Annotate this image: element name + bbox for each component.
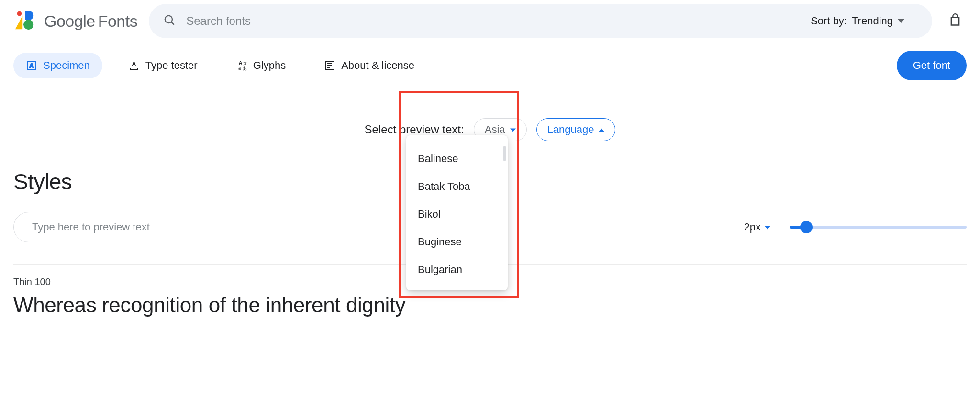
get-font-button[interactable]: Get font xyxy=(897,51,967,80)
language-option[interactable]: Bulgarian xyxy=(406,256,508,284)
app-header: Google Fonts Sort by: Trending xyxy=(0,0,980,42)
sort-label: Sort by: xyxy=(811,15,847,27)
caret-down-icon xyxy=(510,123,516,136)
font-size-dropdown[interactable]: 2px xyxy=(744,221,770,233)
tab-label: Glyphs xyxy=(253,59,286,72)
scrollbar-thumb[interactable] xyxy=(503,146,506,161)
svg-point-1 xyxy=(23,20,33,30)
caret-down-icon xyxy=(898,15,904,27)
tab-about[interactable]: About & license xyxy=(312,53,427,78)
brand-logo[interactable]: Google Fonts xyxy=(13,9,137,33)
shopping-bag-button[interactable] xyxy=(944,10,967,33)
caret-down-icon xyxy=(765,221,770,233)
language-option[interactable]: Bikol xyxy=(406,200,508,228)
svg-text:&: & xyxy=(238,66,241,71)
about-icon xyxy=(324,60,335,71)
language-dropdown-menu: Balinese Batak Toba Bikol Buginese Bulga… xyxy=(406,135,508,290)
sort-value: Trending xyxy=(852,15,893,27)
fonts-logo-icon xyxy=(13,9,35,33)
font-size-value: 2px xyxy=(744,221,761,233)
svg-text:あ: あ xyxy=(243,66,247,71)
language-dropdown[interactable]: Language xyxy=(536,118,616,141)
tab-label: Specimen xyxy=(43,59,90,72)
specimen-icon: A xyxy=(26,60,37,71)
tab-type-tester[interactable]: A Type tester xyxy=(116,53,210,78)
preview-select-label: Select preview text: xyxy=(365,123,464,136)
glyphs-icon: A 文 & あ xyxy=(236,60,247,71)
language-option[interactable]: Batak Toba xyxy=(406,173,508,200)
tabs: A Specimen A Type tester A 文 xyxy=(13,53,427,78)
svg-text:A: A xyxy=(239,60,242,66)
search-icon xyxy=(163,14,176,28)
style-sample-text: Whereas recognition of the inherent dign… xyxy=(13,293,967,317)
type-tester-icon: A xyxy=(128,60,140,71)
shopping-bag-icon xyxy=(948,13,962,29)
slider-thumb[interactable] xyxy=(800,221,813,233)
language-label: Language xyxy=(547,123,594,136)
tab-label: Type tester xyxy=(145,59,198,72)
brand-sub: Fonts xyxy=(98,12,138,31)
svg-text:文: 文 xyxy=(243,61,247,66)
slider-track xyxy=(790,226,967,229)
tabs-row: A Specimen A Type tester A 文 xyxy=(0,42,980,91)
language-option[interactable]: Buginese xyxy=(406,228,508,256)
search-input[interactable] xyxy=(185,14,787,28)
tab-label: About & license xyxy=(341,59,414,72)
svg-text:A: A xyxy=(29,62,34,69)
svg-point-2 xyxy=(165,16,172,23)
svg-text:A: A xyxy=(132,60,136,67)
caret-up-icon xyxy=(599,123,604,136)
search-bar[interactable]: Sort by: Trending xyxy=(149,4,932,38)
brand-main: Google xyxy=(44,12,95,31)
tab-glyphs[interactable]: A 文 & あ Glyphs xyxy=(223,53,298,78)
svg-line-3 xyxy=(172,22,174,24)
font-size-slider[interactable] xyxy=(790,220,967,234)
sort-dropdown[interactable]: Sort by: Trending xyxy=(797,11,918,31)
language-option[interactable]: Balinese xyxy=(406,145,508,173)
tab-specimen[interactable]: A Specimen xyxy=(13,53,102,78)
region-value: Asia xyxy=(485,123,505,136)
brand-text: Google Fonts xyxy=(44,12,137,31)
svg-point-0 xyxy=(17,11,22,16)
